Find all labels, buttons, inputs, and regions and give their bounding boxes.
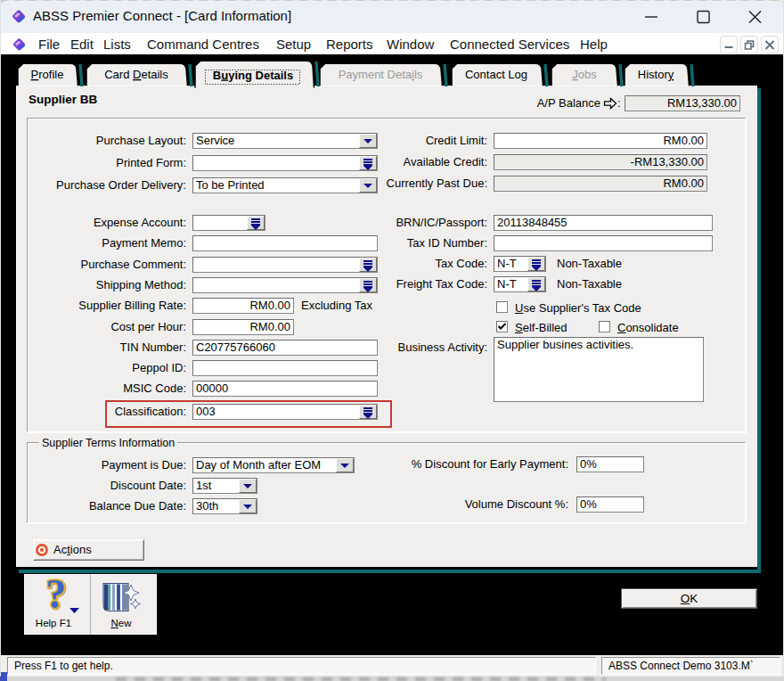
svg-text:Payment Details: Payment Details <box>339 68 423 81</box>
svg-text:Profile: Profile <box>31 68 64 81</box>
svg-text:?: ? <box>46 574 67 617</box>
svg-text:Jobs: Jobs <box>572 68 597 81</box>
svg-text:Card Details: Card Details <box>104 68 168 81</box>
svg-text:Buying Details: Buying Details <box>213 69 293 82</box>
svg-text:History: History <box>638 68 674 81</box>
svg-text:Contact Log: Contact Log <box>465 68 527 81</box>
